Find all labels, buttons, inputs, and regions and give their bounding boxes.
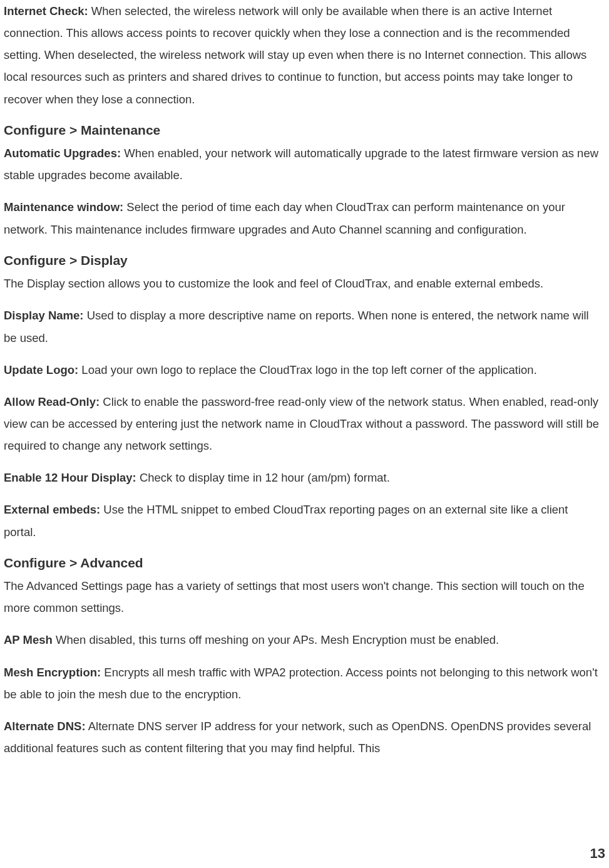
external-embeds-label: External embeds:	[4, 503, 100, 516]
enable-12hour-paragraph: Enable 12 Hour Display: Check to display…	[4, 467, 603, 488]
allow-readonly-label: Allow Read-Only:	[4, 395, 100, 408]
automatic-upgrades-paragraph: Automatic Upgrades: When enabled, your n…	[4, 142, 603, 186]
display-name-text: Used to display a more descriptive name …	[4, 309, 589, 344]
configure-maintenance-heading: Configure > Maintenance	[4, 120, 603, 140]
display-name-paragraph: Display Name: Used to display a more des…	[4, 304, 603, 348]
mesh-encryption-paragraph: Mesh Encryption: Encrypts all mesh traff…	[4, 661, 603, 705]
enable-12hour-text: Check to display time in 12 hour (am/pm)…	[136, 471, 390, 484]
alternate-dns-text: Alternate DNS server IP address for your…	[4, 720, 591, 755]
maintenance-window-paragraph: Maintenance window: Select the period of…	[4, 196, 603, 240]
configure-display-heading: Configure > Display	[4, 251, 603, 271]
ap-mesh-text: When disabled, this turns off meshing on…	[53, 633, 499, 646]
display-name-label: Display Name:	[4, 309, 84, 322]
internet-check-label: Internet Check:	[4, 4, 88, 18]
page-number: 13	[590, 845, 605, 862]
configure-advanced-heading: Configure > Advanced	[4, 553, 603, 573]
advanced-intro: The Advanced Settings page has a variety…	[4, 575, 603, 619]
ap-mesh-paragraph: AP Mesh When disabled, this turns off me…	[4, 629, 603, 651]
external-embeds-paragraph: External embeds: Use the HTML snippet to…	[4, 499, 603, 542]
page-content: Internet Check: When selected, the wirel…	[4, 0, 603, 759]
automatic-upgrades-label: Automatic Upgrades:	[4, 147, 121, 160]
mesh-encryption-label: Mesh Encryption:	[4, 666, 101, 679]
update-logo-label: Update Logo:	[4, 363, 78, 376]
display-intro: The Display section allows you to custom…	[4, 272, 603, 294]
update-logo-paragraph: Update Logo: Load your own logo to repla…	[4, 359, 603, 381]
ap-mesh-label: AP Mesh	[4, 633, 53, 646]
internet-check-text: When selected, the wireless network will…	[4, 4, 586, 106]
alternate-dns-paragraph: Alternate DNS: Alternate DNS server IP a…	[4, 715, 603, 759]
internet-check-paragraph: Internet Check: When selected, the wirel…	[4, 0, 603, 110]
update-logo-text: Load your own logo to replace the CloudT…	[78, 363, 537, 376]
alternate-dns-label: Alternate DNS:	[4, 720, 86, 733]
maintenance-window-label: Maintenance window:	[4, 200, 123, 214]
enable-12hour-label: Enable 12 Hour Display:	[4, 471, 136, 484]
allow-readonly-paragraph: Allow Read-Only: Click to enable the pas…	[4, 391, 603, 457]
